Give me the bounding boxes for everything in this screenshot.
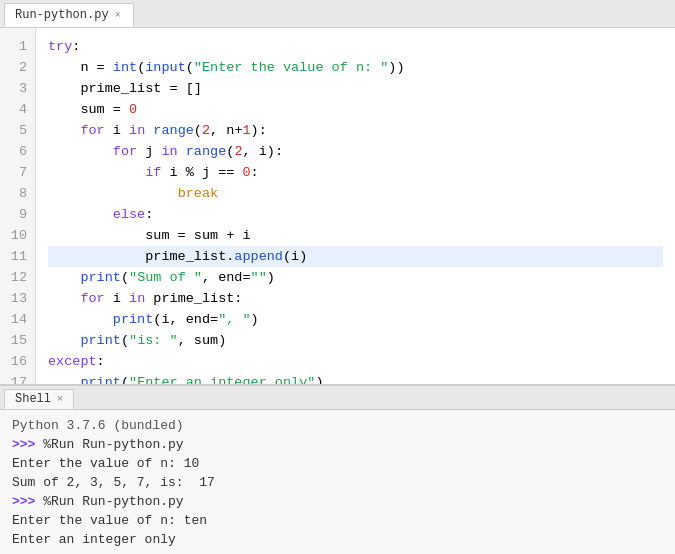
shell-tab-close-icon[interactable]: × (57, 394, 63, 405)
shell-output-line: Enter an integer only (12, 530, 663, 549)
code-container: 1234567891011121314151617 try: n = int(i… (0, 28, 675, 384)
editor-tab-label: Run-python.py (15, 8, 109, 22)
shell-output-line: Enter the value of n: ten (12, 511, 663, 530)
shell-tab[interactable]: Shell × (4, 389, 74, 409)
shell-command: %Run Run-python.py (43, 437, 183, 452)
code-line: for i in prime_list: (48, 288, 663, 309)
code-line: try: (48, 36, 663, 57)
code-line: prime_list = [] (48, 78, 663, 99)
code-line: sum = 0 (48, 99, 663, 120)
code-line: for j in range(2, i): (48, 141, 663, 162)
code-line: sum = sum + i (48, 225, 663, 246)
code-line: prime_list.append(i) (48, 246, 663, 267)
shell-output-line: Sum of 2, 3, 5, 7, is: 17 (12, 473, 663, 492)
line-numbers: 1234567891011121314151617 (0, 28, 36, 384)
shell-tab-bar: Shell × (0, 386, 675, 410)
shell-prompt-line: >>> %Run Run-python.py (12, 492, 663, 511)
editor-tab-close-icon[interactable]: × (115, 10, 121, 21)
code-line: break (48, 183, 663, 204)
editor-area: 1234567891011121314151617 try: n = int(i… (0, 28, 675, 384)
code-line: print("Enter an integer only") (48, 372, 663, 384)
shell-prompt: >>> (12, 494, 43, 509)
shell-command: %Run Run-python.py (43, 494, 183, 509)
code-line: except: (48, 351, 663, 372)
shell-tab-label: Shell (15, 392, 51, 406)
code-line: n = int(input("Enter the value of n: ")) (48, 57, 663, 78)
code-line: print("Sum of ", end="") (48, 267, 663, 288)
code-line: print("is: ", sum) (48, 330, 663, 351)
code-line: else: (48, 204, 663, 225)
shell-prompt: >>> (12, 437, 43, 452)
shell-output-line: Enter the value of n: 10 (12, 454, 663, 473)
editor-tab-bar: Run-python.py × (0, 0, 675, 28)
code-lines[interactable]: try: n = int(input("Enter the value of n… (36, 28, 675, 384)
shell-version-line: Python 3.7.6 (bundled) (12, 416, 663, 435)
editor-tab[interactable]: Run-python.py × (4, 3, 134, 27)
code-line: for i in range(2, n+1): (48, 120, 663, 141)
code-line: print(i, end=", ") (48, 309, 663, 330)
code-line: if i % j == 0: (48, 162, 663, 183)
shell-panel: Shell × Python 3.7.6 (bundled)>>> %Run R… (0, 384, 675, 554)
shell-prompt-line: >>> %Run Run-python.py (12, 435, 663, 454)
shell-content[interactable]: Python 3.7.6 (bundled)>>> %Run Run-pytho… (0, 410, 675, 554)
